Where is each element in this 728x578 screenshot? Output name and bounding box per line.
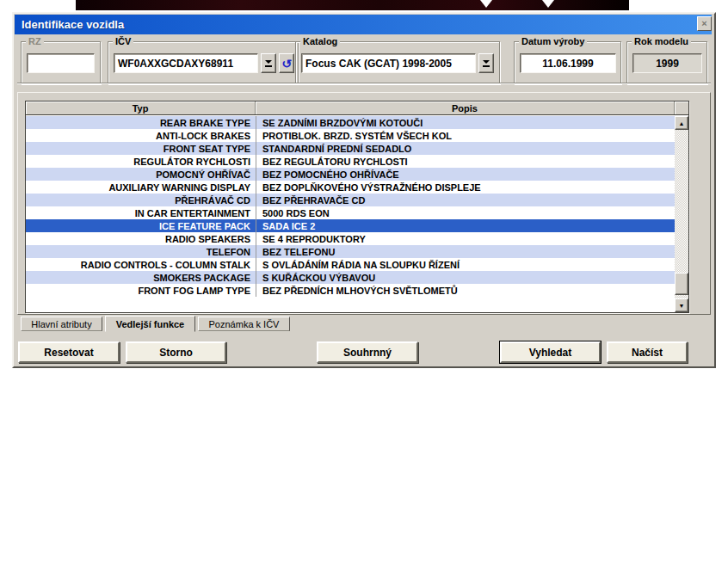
katalog-dropdown-button[interactable] <box>478 53 494 73</box>
vyhledat-button[interactable]: Vyhledat <box>500 341 601 363</box>
cell-typ: ANTI-LOCK BRAKES <box>26 129 256 142</box>
column-header-typ[interactable]: Typ <box>26 101 256 114</box>
icv-dropdown-button[interactable] <box>261 53 276 73</box>
cell-popis: S OVLÁDÁNÍM RÁDIA NA SLOUPKU ŘÍZENÍ <box>256 258 675 271</box>
table-panel: Typ Popis REAR BRAKE TYPESE ZADNÍMI BRZD… <box>17 92 711 315</box>
datum-vyroby-group: Datum výroby 11.06.1999 <box>514 41 621 84</box>
table-row[interactable]: REGULÁTOR RYCHLOSTIBEZ REGULÁTORU RYCHLO… <box>26 155 675 168</box>
tab-vedlejsi-funkce[interactable]: Vedlejší funkce <box>105 316 195 332</box>
scroll-up-icon: ▲ <box>679 120 685 126</box>
cell-typ: REAR BRAKE TYPE <box>26 116 256 129</box>
cell-popis: SE ZADNÍMI BRZDOVÝMI KOTOUČI <box>256 116 675 129</box>
table-row[interactable]: FRONT FOG LAMP TYPEBEZ PŘEDNÍCH MLHOVÝCH… <box>26 284 675 297</box>
cell-popis: BEZ POMOCNÉHO OHŘÍVAČE <box>256 168 675 181</box>
storno-button[interactable]: Storno <box>126 341 226 363</box>
katalog-value: Focus CAK (GCAT) 1998-2005 <box>305 58 452 70</box>
banner-triangle-icon <box>480 0 492 8</box>
dropdown-arrow-icon <box>483 59 490 68</box>
datum-vyroby-label: Datum výroby <box>519 36 587 47</box>
datum-vyroby-input[interactable]: 11.06.1999 <box>520 53 616 73</box>
table-row[interactable]: ICE FEATURE PACKSADA ICE 2 <box>26 219 675 232</box>
cell-popis: BEZ REGULÁTORU RYCHLOSTI <box>256 155 675 168</box>
rok-modelu-label: Rok modelu <box>632 36 691 47</box>
close-icon: × <box>701 19 706 28</box>
tab-hlavni-atributy[interactable]: Hlavní atributy <box>21 317 102 331</box>
cell-typ: RADIO SPEAKERS <box>26 232 256 245</box>
resetovat-button[interactable]: Resetovat <box>18 341 120 363</box>
cell-popis: 5000 RDS EON <box>256 206 675 219</box>
icv-group: IČV WF0AXXGCDAXY68911 ↺ <box>108 41 299 84</box>
table-row[interactable]: IN CAR ENTERTAINMENT5000 RDS EON <box>26 206 675 219</box>
rok-modelu-value: 1999 <box>656 58 679 70</box>
cell-popis: BEZ PŘEDNÍCH MLHOVÝCH SVĚTLOMETŮ <box>256 284 675 297</box>
vehicle-identification-dialog: Identifikace vozidla × RZ IČV WF0AXXGCDA… <box>12 12 716 368</box>
icv-refresh-button[interactable]: ↺ <box>279 53 294 73</box>
cell-popis: PROTIBLOK. BRZD. SYSTÉM VŠECH KOL <box>256 129 675 142</box>
cell-popis: BEZ TELEFONU <box>256 245 675 258</box>
scroll-down-icon: ▼ <box>679 303 685 309</box>
grid-body: REAR BRAKE TYPESE ZADNÍMI BRZDOVÝMI KOTO… <box>26 116 675 312</box>
souhrnny-button[interactable]: Souhrnný <box>317 341 418 363</box>
cell-popis: STANDARDNÍ PREDNÍ SEDADLO <box>256 142 675 155</box>
icv-input[interactable]: WF0AXXGCDAXY68911 <box>114 53 258 73</box>
column-header-popis[interactable]: Popis <box>256 101 675 114</box>
cell-popis: SE 4 REPRODUKTORY <box>256 232 675 245</box>
cell-typ: REGULÁTOR RYCHLOSTI <box>26 155 256 168</box>
cell-typ: POMOCNÝ OHŘÍVAČ <box>26 168 256 181</box>
titlebar[interactable]: Identifikace vozidla <box>15 15 712 34</box>
cell-popis: SADA ICE 2 <box>256 219 675 232</box>
background-banner <box>76 0 629 10</box>
table-row[interactable]: ANTI-LOCK BRAKESPROTIBLOK. BRZD. SYSTÉM … <box>26 129 675 142</box>
katalog-select[interactable]: Focus CAK (GCAT) 1998-2005 <box>301 53 476 73</box>
table-row[interactable]: TELEFONBEZ TELEFONU <box>26 245 675 258</box>
table-row[interactable]: FRONT SEAT TYPESTANDARDNÍ PREDNÍ SEDADLO <box>26 142 675 155</box>
table-row[interactable]: SMOKERS PACKAGES KUŘÁCKOU VÝBAVOU <box>26 271 675 284</box>
table-row[interactable]: POMOCNÝ OHŘÍVAČBEZ POMOCNÉHO OHŘÍVAČE <box>26 168 675 181</box>
scroll-down-button[interactable]: ▼ <box>675 298 688 312</box>
table-row[interactable]: AUXILIARY WARNING DISPLAYBEZ DOPLŇKOVÉHO… <box>26 181 675 194</box>
datum-vyroby-value: 11.06.1999 <box>542 58 593 70</box>
icv-label: IČV <box>113 36 133 47</box>
cell-typ: FRONT SEAT TYPE <box>26 142 256 155</box>
katalog-label: Katalog <box>300 36 340 47</box>
nacist-button[interactable]: Načíst <box>607 341 688 363</box>
separator-line <box>17 83 711 84</box>
icv-value: WF0AXXGCDAXY68911 <box>118 58 233 70</box>
cell-popis: BEZ DOPLŇKOVÉHO VÝSTRAŽNÉHO DISPLEJE <box>256 181 675 194</box>
refresh-icon: ↺ <box>281 58 292 70</box>
table-row[interactable]: PŘEHRÁVAČ CDBEZ PŘEHRAVAČE CD <box>26 194 675 206</box>
cell-typ: PŘEHRÁVAČ CD <box>26 194 256 206</box>
dialog-title: Identifikace vozidla <box>15 18 124 31</box>
rok-modelu-group: Rok modelu 1999 <box>626 41 707 84</box>
cell-typ: RADIO CONTROLS - COLUMN STALK <box>26 258 256 271</box>
attributes-grid: Typ Popis REAR BRAKE TYPESE ZADNÍMI BRZD… <box>25 101 689 313</box>
cell-typ: FRONT FOG LAMP TYPE <box>26 284 256 297</box>
table-row[interactable]: RADIO SPEAKERSSE 4 REPRODUKTORY <box>26 232 675 245</box>
scroll-up-button[interactable]: ▲ <box>675 116 688 130</box>
cell-popis: BEZ PŘEHRAVAČE CD <box>256 194 675 206</box>
banner-triangle-icon <box>542 0 554 8</box>
close-button[interactable]: × <box>697 16 712 31</box>
rz-input[interactable] <box>27 53 95 73</box>
tab-poznamka-k-icv[interactable]: Poznámka k IČV <box>198 317 290 331</box>
grid-header: Typ Popis <box>26 101 688 115</box>
cell-typ: TELEFON <box>26 245 256 258</box>
katalog-group: Katalog Focus CAK (GCAT) 1998-2005 <box>295 41 500 84</box>
vertical-scrollbar[interactable]: ▲ ▼ <box>675 116 688 312</box>
dropdown-arrow-icon <box>265 59 273 68</box>
rz-group: RZ <box>21 41 101 84</box>
scrollbar-thumb[interactable] <box>675 273 688 295</box>
cell-typ: SMOKERS PACKAGE <box>26 271 256 284</box>
table-row[interactable]: RADIO CONTROLS - COLUMN STALKS OVLÁDÁNÍM… <box>26 258 675 271</box>
cell-popis: S KUŘÁCKOU VÝBAVOU <box>256 271 675 284</box>
rok-modelu-input: 1999 <box>632 53 702 73</box>
rz-label: RZ <box>26 36 44 47</box>
cell-typ: ICE FEATURE PACK <box>26 219 256 232</box>
column-header-stub <box>675 101 688 114</box>
cell-typ: AUXILIARY WARNING DISPLAY <box>26 181 256 194</box>
table-row[interactable]: REAR BRAKE TYPESE ZADNÍMI BRZDOVÝMI KOTO… <box>26 116 675 129</box>
screen: Identifikace vozidla × RZ IČV WF0AXXGCDA… <box>0 0 728 578</box>
cell-typ: IN CAR ENTERTAINMENT <box>26 206 256 219</box>
